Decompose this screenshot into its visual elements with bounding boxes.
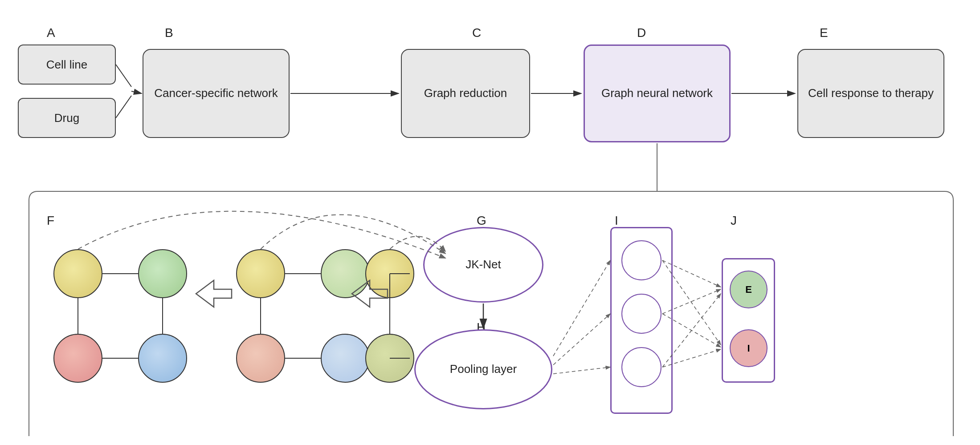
label-A: A	[47, 26, 55, 40]
graph-node-g2-br	[321, 334, 370, 383]
label-E: E	[820, 26, 828, 40]
svg-line-26	[553, 260, 610, 356]
nn-node-1	[621, 240, 662, 280]
svg-line-3	[116, 65, 131, 87]
diagram-container: A B C D E Cell line Drug Cancer-specific…	[0, 0, 980, 445]
cell-response-box: Cell response to therapy	[797, 49, 944, 138]
graph-node-g2-bl	[236, 334, 285, 383]
label-F: F	[47, 214, 54, 228]
label-C: C	[472, 26, 481, 40]
output-node-I: I	[730, 329, 768, 367]
graph-node-g1-tr	[138, 249, 187, 298]
svg-marker-13	[196, 280, 232, 307]
cancer-network-box: Cancer-specific network	[143, 49, 290, 138]
cell-line-box: Cell line	[18, 44, 116, 85]
label-B: B	[165, 26, 173, 40]
svg-line-4	[116, 96, 131, 118]
graph-node-g1-tl	[53, 249, 102, 298]
gnn-box: Graph neural network	[584, 44, 731, 142]
output-node-E: E	[730, 271, 768, 308]
graph-node-g2-tr	[321, 249, 370, 298]
nn-node-3	[621, 347, 662, 387]
svg-line-27	[553, 314, 610, 365]
graph-node-g3-tl	[365, 249, 414, 298]
label-J: J	[731, 214, 737, 228]
svg-line-28	[553, 367, 610, 374]
label-D: D	[637, 26, 646, 40]
drug-box: Drug	[18, 98, 116, 138]
label-I: I	[615, 214, 618, 228]
graph-node-g3-bl	[365, 334, 414, 383]
nn-node-2	[621, 294, 662, 334]
graph-node-g2-tl	[236, 249, 285, 298]
graph-node-g1-bl	[53, 334, 102, 383]
pooling-box: Pooling layer	[414, 329, 552, 409]
label-G: G	[477, 214, 486, 228]
graph-node-g1-br	[138, 334, 187, 383]
svg-line-5	[131, 91, 142, 93]
graph-reduction-box: Graph reduction	[401, 49, 530, 138]
jk-net-box: JK-Net	[423, 227, 543, 303]
